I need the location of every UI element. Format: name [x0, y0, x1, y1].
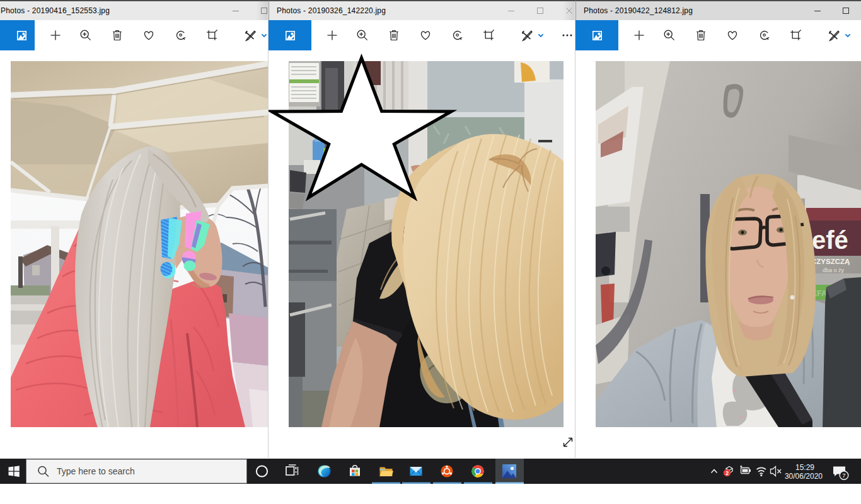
svg-text:30/06/2020: 30/06/2020	[785, 472, 823, 481]
svg-text:efé: efé	[812, 226, 848, 254]
svg-text:7: 7	[842, 472, 845, 479]
svg-text:dba o ży: dba o ży	[823, 267, 845, 273]
svg-text:Type here to search: Type here to search	[57, 466, 135, 476]
svg-text:15:29: 15:29	[795, 463, 814, 472]
svg-text:2: 2	[725, 470, 729, 476]
svg-text:CZYSZCZĄ: CZYSZCZĄ	[811, 258, 850, 265]
